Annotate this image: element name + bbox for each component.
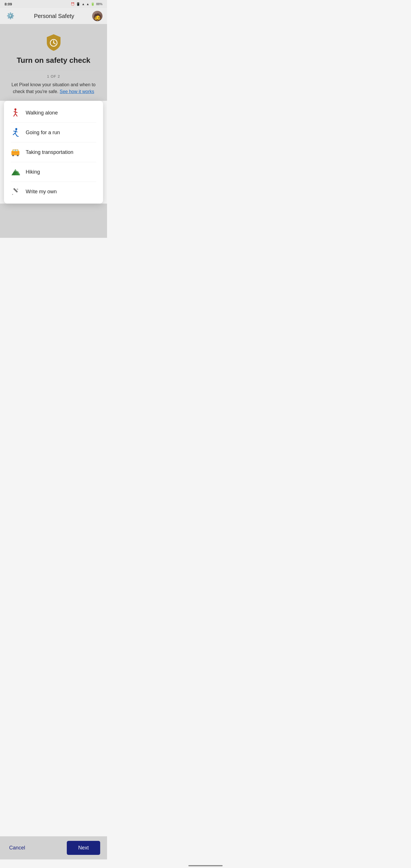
taxi-icon <box>11 148 20 156</box>
pencil-icon <box>11 188 20 195</box>
pencil-icon-wrapper <box>11 187 20 196</box>
menu-item-taking-transportation[interactable]: Taking transportation <box>4 143 103 162</box>
svg-rect-17 <box>13 150 15 151</box>
status-bar: 8:09 ⏰ 📳 ▲ ▲ 🔋 88% <box>0 0 107 8</box>
battery-percent: 88% <box>96 2 102 6</box>
description-link[interactable]: See how it works <box>60 89 94 94</box>
svg-rect-23 <box>11 152 20 153</box>
svg-line-6 <box>14 114 15 116</box>
avatar[interactable]: 🧔 <box>92 11 102 21</box>
hike-icon <box>11 168 20 176</box>
status-time: 8:09 <box>5 2 12 6</box>
signal-icon: ▲ <box>86 2 89 6</box>
app-bar: ⚙️ Personal Safety 🧔 <box>0 8 107 24</box>
svg-line-12 <box>15 133 17 136</box>
walk-icon <box>11 108 20 117</box>
svg-line-7 <box>15 114 17 116</box>
avatar-person-icon: 🧔 <box>93 14 102 21</box>
shield-icon-wrapper <box>44 33 63 52</box>
battery-icon: 🔋 <box>91 2 95 6</box>
shield-timer-icon <box>44 33 63 52</box>
status-icons: ⏰ 📳 ▲ ▲ 🔋 88% <box>71 2 102 6</box>
svg-rect-18 <box>16 150 18 151</box>
page-title: Personal Safety <box>34 13 74 20</box>
wifi-icon: ▲ <box>82 2 85 6</box>
main-title: Turn on safety check <box>17 56 90 65</box>
background-content: Turn on safety check 1 OF 2 Let Pixel kn… <box>0 24 107 101</box>
below-modal-background <box>0 204 107 238</box>
hike-icon-wrapper <box>11 167 20 177</box>
vibrate-icon: 📳 <box>76 2 80 6</box>
svg-marker-28 <box>12 194 13 195</box>
svg-marker-26 <box>14 169 17 171</box>
menu-label-going-for-a-run: Going for a run <box>26 130 60 135</box>
run-icon-wrapper <box>11 128 20 137</box>
svg-line-11 <box>13 133 15 135</box>
svg-point-21 <box>13 155 14 156</box>
activity-menu-sheet: Walking alone Going for a run <box>4 101 103 204</box>
taxi-icon-wrapper <box>11 148 20 157</box>
menu-item-write-my-own[interactable]: Write my own <box>4 182 103 201</box>
menu-label-taking-transportation: Taking transportation <box>26 149 73 155</box>
svg-rect-29 <box>16 188 18 190</box>
menu-item-going-for-a-run[interactable]: Going for a run <box>4 123 103 142</box>
gear-icon: ⚙️ <box>6 12 14 20</box>
svg-line-14 <box>17 136 18 136</box>
alarm-icon: ⏰ <box>71 2 75 6</box>
step-label: 1 OF 2 <box>47 74 60 79</box>
menu-item-hiking[interactable]: Hiking <box>4 162 103 182</box>
menu-label-hiking: Hiking <box>26 169 40 175</box>
divider <box>6 70 101 71</box>
run-icon <box>11 128 20 137</box>
svg-line-8 <box>14 112 17 113</box>
svg-point-3 <box>53 42 54 43</box>
walk-icon-wrapper <box>11 108 20 117</box>
menu-label-write-my-own: Write my own <box>26 189 57 195</box>
avatar-image: 🧔 <box>92 11 102 21</box>
menu-label-walking-alone: Walking alone <box>26 110 58 116</box>
menu-item-walking-alone[interactable]: Walking alone <box>4 103 103 123</box>
description-text: Let Pixel know your situation and when t… <box>6 82 101 95</box>
settings-button[interactable]: ⚙️ <box>5 10 16 22</box>
svg-line-13 <box>14 131 17 132</box>
svg-point-22 <box>18 155 18 156</box>
